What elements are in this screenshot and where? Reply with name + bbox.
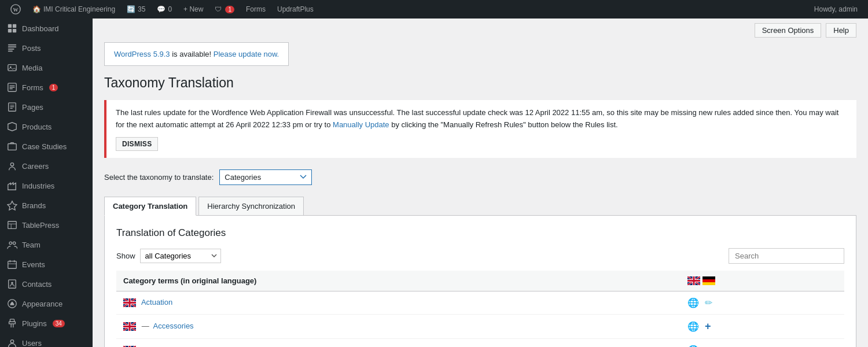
update-notice: WordPress 5.9.3 is available! Please upd… bbox=[104, 42, 289, 66]
sidebar-item-appearance[interactable]: Appearance bbox=[0, 294, 93, 313]
plugins-icon bbox=[7, 318, 17, 328]
actions-cell: 🌐 ✏ bbox=[681, 291, 844, 314]
users-icon bbox=[7, 338, 17, 347]
warning-box: The last rules update for the Wordfence … bbox=[104, 100, 856, 158]
topbar: W 🏠 IMI Critical Engineering 🔄 35 💬 0 + … bbox=[0, 0, 868, 19]
sidebar-item-brands[interactable]: Brands bbox=[0, 195, 93, 215]
svg-point-21 bbox=[10, 163, 13, 166]
tablepress-icon bbox=[7, 220, 17, 230]
posts-icon bbox=[7, 43, 17, 53]
svg-rect-7 bbox=[8, 46, 16, 47]
svg-rect-19 bbox=[10, 108, 13, 109]
show-select[interactable]: all Categories Untranslated Translated bbox=[140, 249, 221, 263]
table-header-row: Category terms (in original language) bbox=[116, 271, 844, 291]
please-update-link[interactable]: Please update now. bbox=[214, 50, 279, 58]
media-icon bbox=[7, 62, 17, 73]
dismiss-button[interactable]: DISMISS bbox=[116, 137, 158, 151]
globe-icon[interactable]: 🌐 bbox=[687, 321, 699, 332]
pages-icon bbox=[7, 102, 17, 112]
svg-rect-17 bbox=[10, 105, 14, 105]
industries-icon bbox=[7, 180, 17, 191]
tab-content: Translation of Categories Show all Categ… bbox=[104, 216, 856, 347]
events-icon bbox=[7, 259, 17, 270]
sidebar-item-team[interactable]: Team bbox=[0, 235, 93, 254]
svg-rect-23 bbox=[8, 222, 16, 229]
table-body: Actuation 🌐 ✏ bbox=[116, 291, 844, 347]
wp-logo[interactable]: W bbox=[5, 0, 27, 19]
row-uk-flag-icon bbox=[123, 298, 136, 307]
sidebar-item-case-studies[interactable]: Case Studies bbox=[0, 136, 93, 156]
indent-dash: — bbox=[142, 322, 149, 330]
appearance-icon bbox=[7, 298, 17, 309]
dashboard-icon bbox=[7, 23, 17, 34]
svg-rect-13 bbox=[10, 85, 15, 86]
new-button[interactable]: + New bbox=[178, 0, 209, 19]
sidebar-item-events[interactable]: Events bbox=[0, 254, 93, 274]
svg-rect-3 bbox=[13, 24, 16, 28]
up-icon[interactable]: ▲ bbox=[705, 345, 714, 347]
forms-icon bbox=[7, 82, 17, 93]
tab-category-translation[interactable]: Category Translation bbox=[104, 197, 196, 216]
uk-flag-icon bbox=[687, 276, 700, 285]
sidebar-item-products[interactable]: Products bbox=[0, 117, 93, 136]
contacts-icon bbox=[7, 279, 17, 289]
sidebar-item-pages[interactable]: Pages bbox=[0, 97, 93, 117]
sidebar-item-tablepress[interactable]: TablePress bbox=[0, 215, 93, 235]
globe-icon[interactable]: 🌐 bbox=[687, 297, 699, 308]
table-row: Actuation 🌐 ✏ bbox=[116, 291, 844, 314]
svg-rect-9 bbox=[8, 51, 13, 52]
sidebar-item-dashboard[interactable]: Dashboard bbox=[0, 19, 93, 38]
plus-icon[interactable]: + bbox=[705, 320, 711, 333]
globe-icon[interactable]: 🌐 bbox=[687, 345, 699, 347]
howdy-text: Howdy, admin bbox=[808, 5, 863, 13]
topbar-left: W 🏠 IMI Critical Engineering 🔄 35 💬 0 + … bbox=[5, 0, 808, 19]
content-area: WordPress 5.9.3 is available! Please upd… bbox=[93, 42, 868, 347]
category-link-actuation[interactable]: Actuation bbox=[141, 298, 172, 307]
svg-rect-37 bbox=[703, 276, 715, 279]
svg-rect-28 bbox=[8, 261, 16, 269]
terms-table: Category terms (in original language) bbox=[116, 271, 844, 347]
sidebar-item-posts[interactable]: Posts bbox=[0, 38, 93, 58]
de-flag-icon bbox=[703, 276, 715, 285]
pencil-icon[interactable]: ✏ bbox=[705, 297, 712, 308]
svg-rect-2 bbox=[8, 24, 12, 28]
row-uk-flag-icon bbox=[123, 322, 136, 331]
updates-count[interactable]: 🔄 35 bbox=[121, 0, 151, 19]
svg-marker-22 bbox=[8, 201, 17, 210]
search-input[interactable] bbox=[729, 248, 844, 264]
sidebar: Dashboard Posts Media Forms 1 Pages Prod… bbox=[0, 19, 93, 347]
sidebar-item-users[interactable]: Users bbox=[0, 333, 93, 347]
term-cell: — Accessories bbox=[116, 314, 681, 338]
main-content: Screen Options Help WordPress 5.9.3 is a… bbox=[93, 19, 868, 347]
sidebar-item-plugins[interactable]: Plugins 34 bbox=[0, 313, 93, 333]
svg-rect-39 bbox=[703, 282, 715, 285]
sidebar-item-forms[interactable]: Forms 1 bbox=[0, 77, 93, 97]
screen-options-button[interactable]: Screen Options bbox=[755, 23, 822, 38]
tab-hierarchy-sync[interactable]: Hierarchy Synchronization bbox=[198, 197, 304, 215]
case-studies-icon bbox=[7, 141, 17, 152]
sidebar-item-careers[interactable]: Careers bbox=[0, 156, 93, 176]
help-button[interactable]: Help bbox=[826, 23, 856, 38]
tabs: Category Translation Hierarchy Synchroni… bbox=[104, 197, 856, 216]
sidebar-item-industries[interactable]: Industries bbox=[0, 176, 93, 195]
sidebar-item-media[interactable]: Media bbox=[0, 58, 93, 77]
updraftplus-link[interactable]: UpdraftPlus bbox=[271, 0, 319, 19]
show-bar: Show all Categories Untranslated Transla… bbox=[116, 248, 844, 264]
update-link[interactable]: WordPress 5.9.3 bbox=[114, 50, 170, 58]
category-link-accessories[interactable]: Accessories bbox=[153, 322, 194, 330]
taxonomy-label: Select the taxonomy to translate: bbox=[104, 173, 214, 182]
manually-update-link[interactable]: Manually Update bbox=[333, 120, 389, 129]
wp-badge[interactable]: 🛡 1 bbox=[209, 0, 240, 19]
sidebar-item-contacts[interactable]: Contacts bbox=[0, 274, 93, 294]
comments-count[interactable]: 💬 0 bbox=[151, 0, 178, 19]
site-name[interactable]: 🏠 IMI Critical Engineering bbox=[27, 0, 121, 19]
term-cell: Linear Actuation bbox=[116, 338, 681, 347]
show-label: Show bbox=[116, 252, 135, 260]
forms-link[interactable]: Forms bbox=[240, 0, 271, 19]
term-cell: Actuation bbox=[116, 291, 681, 314]
taxonomy-select[interactable]: Categories Tags Products bbox=[219, 169, 312, 185]
svg-point-34 bbox=[10, 340, 13, 343]
svg-rect-20 bbox=[8, 144, 16, 150]
svg-rect-38 bbox=[703, 279, 715, 282]
svg-rect-4 bbox=[8, 29, 12, 32]
